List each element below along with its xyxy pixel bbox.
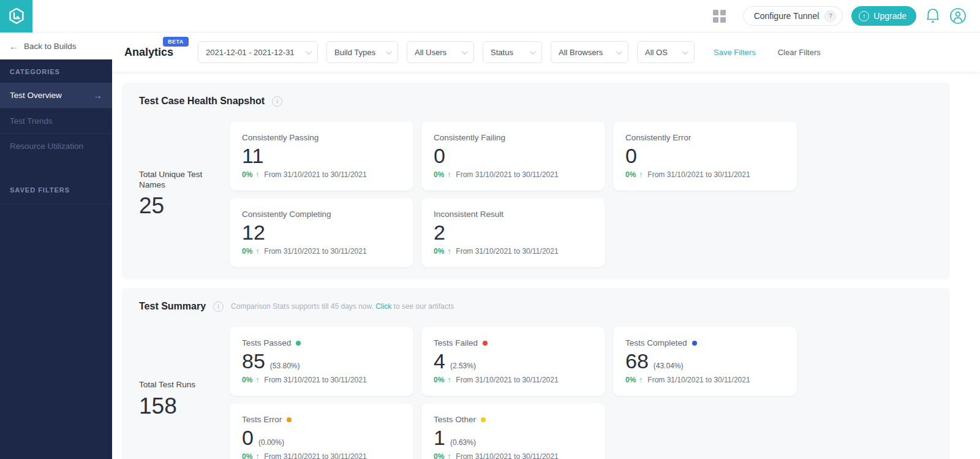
section-note: Comparison Stats supports till 45 days n… <box>231 302 454 311</box>
date-range-text: From 31/10/2021 to 30/11/2021 <box>456 170 558 179</box>
card-value: 2 <box>434 220 445 245</box>
configure-tunnel-button[interactable]: Configure Tunnel ? <box>743 6 843 26</box>
trend-up-icon: ↑ <box>639 376 643 384</box>
change-percent: 0% <box>625 376 636 384</box>
note-pre: Comparison Stats supports till 45 days n… <box>231 302 374 311</box>
configure-tunnel-label: Configure Tunnel <box>754 11 820 21</box>
info-icon[interactable]: i <box>213 302 224 312</box>
dashboard-content: Test Case Health Snapshot i Total Unique… <box>112 72 980 459</box>
card-percentage: (43.04%) <box>654 362 684 370</box>
stat-value: 158 <box>139 393 230 419</box>
card-tests-other[interactable]: Tests Other 1 (0.63%) 0% ↑ From 31/10/20… <box>421 403 605 459</box>
stat-label: Total Test Runs <box>139 380 230 390</box>
status-dot-passed <box>296 341 301 346</box>
back-arrow-icon: ← <box>9 41 18 51</box>
change-percent: 0% <box>434 452 444 459</box>
note-click-link[interactable]: Click <box>375 302 391 311</box>
card-consistently-passing[interactable]: Consistently Passing 11 0% ↑ From 31/10/… <box>230 121 413 191</box>
total-test-runs-stat: Total Test Runs 158 <box>139 380 230 419</box>
date-range-text: From 31/10/2021 to 30/11/2021 <box>456 452 558 459</box>
filter-os-value: All OS <box>645 48 668 57</box>
card-title: Tests Other <box>434 415 476 424</box>
summary-cards: Tests Passed 85 (53.80%) 0% ↑ From 31/10… <box>230 327 933 459</box>
note-post: to see our artifacts <box>394 302 454 311</box>
chevron-down-icon <box>616 48 622 55</box>
back-to-builds-link[interactable]: ← Back to Builds <box>0 32 112 59</box>
sidebar-item-test-trends[interactable]: Test Trends <box>0 108 112 133</box>
apps-grid-icon[interactable] <box>713 10 726 23</box>
change-percent: 0% <box>434 247 444 256</box>
change-percent: 0% <box>434 376 444 384</box>
card-title: Tests Passed <box>242 338 291 347</box>
card-consistently-error[interactable]: Consistently Error 0 0% ↑ From 31/10/202… <box>613 121 797 191</box>
chevron-down-icon <box>682 48 688 55</box>
filter-build-types-value: Build Types <box>334 48 375 57</box>
app-logo[interactable] <box>0 0 32 32</box>
change-percent: 0% <box>242 247 252 256</box>
sidebar-item-test-overview[interactable]: Test Overview → <box>0 83 112 108</box>
sidebar-item-label: Test Overview <box>10 91 62 100</box>
trend-up-icon: ↑ <box>255 247 259 256</box>
card-inconsistent-result[interactable]: Inconsistent Result 2 0% ↑ From 31/10/20… <box>421 198 605 267</box>
card-consistently-failing[interactable]: Consistently Failing 0 0% ↑ From 31/10/2… <box>421 121 605 191</box>
card-title: Consistently Passing <box>242 133 318 142</box>
categories-header: CATEGORIES <box>0 59 112 83</box>
trend-up-icon: ↑ <box>255 170 259 179</box>
card-title: Tests Failed <box>434 338 478 347</box>
card-consistently-completing[interactable]: Consistently Completing 12 0% ↑ From 31/… <box>230 198 413 267</box>
test-case-health-snapshot-section: Test Case Health Snapshot i Total Unique… <box>122 83 950 279</box>
saved-filters-header: SAVED FILTERS <box>0 178 112 204</box>
card-percentage: (0.63%) <box>450 438 476 447</box>
trend-up-icon: ↑ <box>639 170 643 179</box>
sidebar-nav: CATEGORIES Test Overview → Test Trends R… <box>0 59 112 459</box>
help-icon[interactable]: ? <box>824 10 836 22</box>
section-title: Test Case Health Snapshot <box>139 96 265 107</box>
filter-os[interactable]: All OS <box>637 41 695 63</box>
status-dot-completed <box>692 341 697 346</box>
user-avatar-icon[interactable] <box>949 7 967 25</box>
change-percent: 0% <box>242 170 252 179</box>
filter-status[interactable]: Status <box>483 41 542 63</box>
card-value: 0 <box>434 143 445 169</box>
lambdatest-logo-icon <box>7 7 26 25</box>
clear-filters-link[interactable]: Clear Filters <box>778 48 821 57</box>
card-percentage: (53.80%) <box>270 362 300 370</box>
card-value: 0 <box>242 425 254 450</box>
change-percent: 0% <box>625 170 636 179</box>
card-tests-passed[interactable]: Tests Passed 85 (53.80%) 0% ↑ From 31/10… <box>230 327 413 396</box>
filter-users[interactable]: All Users <box>407 41 474 63</box>
save-filters-link[interactable]: Save Filters <box>714 48 756 57</box>
info-icon[interactable]: i <box>272 96 282 107</box>
filter-build-types[interactable]: Build Types <box>326 41 398 63</box>
top-bar: Configure Tunnel ? ↑ Upgrade <box>0 0 980 32</box>
filter-date-range[interactable]: 2021-12-01 - 2021-12-31 <box>198 41 318 63</box>
date-range-text: From 31/10/2021 to 30/11/2021 <box>456 247 558 256</box>
card-title: Consistently Failing <box>434 133 505 142</box>
date-range-text: From 31/10/2021 to 30/11/2021 <box>264 247 366 256</box>
stat-label: Total Unique Test Names <box>139 170 230 191</box>
stat-value: 25 <box>139 193 230 219</box>
change-percent: 0% <box>242 452 252 459</box>
filter-date-range-value: 2021-12-01 - 2021-12-31 <box>206 48 295 57</box>
date-range-text: From 31/10/2021 to 30/11/2021 <box>456 376 558 384</box>
card-tests-failed[interactable]: Tests Failed 4 (2.53%) 0% ↑ From 31/10/2… <box>421 327 605 396</box>
notifications-bell-icon[interactable] <box>925 7 941 25</box>
upgrade-button[interactable]: ↑ Upgrade <box>851 6 916 26</box>
main-content: Analytics BETA 2021-12-01 - 2021-12-31 B… <box>112 32 980 459</box>
date-range-text: From 31/10/2021 to 30/11/2021 <box>647 376 750 384</box>
card-tests-error[interactable]: Tests Error 0 (0.00%) 0% ↑ From 31/10/20… <box>230 403 413 459</box>
card-percentage: (2.53%) <box>450 362 476 370</box>
back-to-builds-label: Back to Builds <box>24 42 77 51</box>
status-dot-error <box>287 417 292 422</box>
snapshot-cards: Consistently Passing 11 0% ↑ From 31/10/… <box>230 121 933 267</box>
filter-browsers[interactable]: All Browsers <box>551 41 628 63</box>
chevron-down-icon <box>462 48 468 55</box>
filter-browsers-value: All Browsers <box>559 48 603 57</box>
status-dot-other <box>481 417 486 422</box>
card-title: Tests Completed <box>625 338 687 347</box>
change-percent: 0% <box>434 170 444 179</box>
sidebar-item-resource-utilization[interactable]: Resource Utilization <box>0 133 112 158</box>
card-tests-completed[interactable]: Tests Completed 68 (43.04%) 0% ↑ From 31… <box>613 327 797 396</box>
forward-arrow-icon: → <box>93 90 102 101</box>
date-range-text: From 31/10/2021 to 30/11/2021 <box>264 452 366 459</box>
